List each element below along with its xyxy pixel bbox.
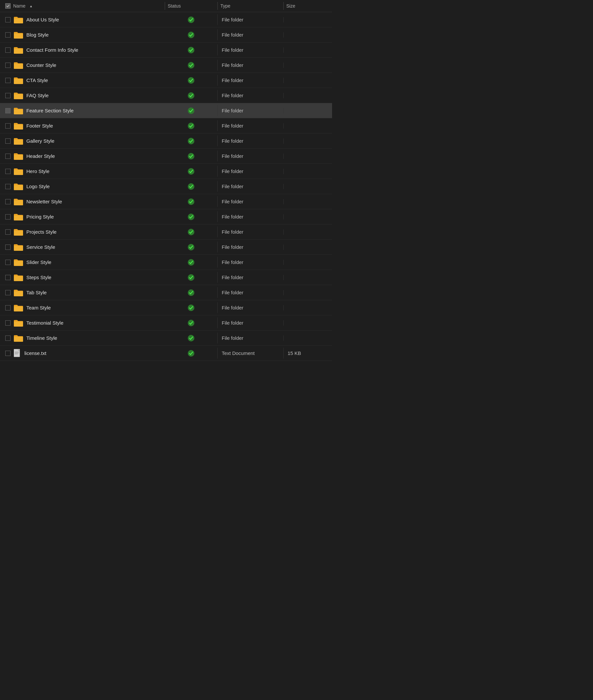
row-checkbox[interactable] [5, 32, 10, 38]
folder-icon [14, 183, 23, 190]
folder-icon [14, 319, 23, 326]
list-item[interactable]: Team Style File folder [0, 300, 332, 315]
list-item[interactable]: Hero Style File folder [0, 164, 332, 179]
status-check-icon [188, 320, 194, 326]
row-checkbox[interactable] [5, 78, 10, 83]
status-cell [165, 241, 218, 253]
folder-icon [14, 138, 23, 145]
name-cell: Service Style [0, 241, 165, 254]
row-checkbox[interactable] [5, 199, 10, 204]
status-check-icon [188, 108, 194, 114]
size-cell [283, 169, 332, 174]
row-checkbox[interactable] [5, 336, 10, 341]
row-checkbox[interactable] [5, 351, 10, 356]
row-checkbox[interactable] [5, 184, 10, 189]
row-checkbox[interactable] [5, 108, 10, 113]
list-item[interactable]: Contact Form Info Style File folder [0, 42, 332, 58]
list-item[interactable]: Blog Style File folder [0, 27, 332, 42]
row-checkbox[interactable] [5, 139, 10, 144]
file-name: Timeline Style [26, 335, 57, 341]
type-cell: File folder [218, 226, 283, 237]
file-name: Service Style [26, 244, 55, 250]
file-name: Feature Section Style [26, 108, 74, 113]
file-name: About Us Style [26, 17, 59, 23]
row-checkbox[interactable] [5, 320, 10, 325]
row-checkbox[interactable] [5, 63, 10, 68]
type-cell: File folder [218, 151, 283, 161]
row-checkbox[interactable] [5, 47, 10, 53]
type-cell: File folder [218, 317, 283, 328]
list-item[interactable]: Footer Style File folder [0, 118, 332, 133]
file-name: Pricing Style [26, 214, 54, 220]
folder-icon [14, 62, 23, 69]
file-name: Newsletter Style [26, 199, 62, 204]
list-item[interactable]: Feature Section Style File folder [0, 103, 332, 118]
name-cell: Header Style [0, 150, 165, 162]
list-item[interactable]: Testimonial Style File folder [0, 315, 332, 330]
file-list: Name ▲ Status Type Size About Us Style [0, 0, 332, 361]
rows-container: About Us Style File folder Blog Style Fi [0, 12, 332, 361]
row-checkbox[interactable] [5, 244, 10, 250]
folder-icon [14, 274, 23, 281]
row-checkbox[interactable] [5, 229, 10, 235]
file-name: Steps Style [26, 275, 51, 280]
row-checkbox[interactable] [5, 305, 10, 310]
list-item[interactable]: About Us Style File folder [0, 12, 332, 27]
row-checkbox[interactable] [5, 123, 10, 128]
list-item[interactable]: Service Style File folder [0, 240, 332, 255]
list-item[interactable]: Tab Style File folder [0, 285, 332, 300]
name-cell: license.txt [0, 346, 165, 360]
size-cell [283, 336, 332, 341]
type-cell: File folder [218, 29, 283, 40]
type-cell: File folder [218, 120, 283, 131]
list-item[interactable]: Steps Style File folder [0, 270, 332, 285]
row-checkbox[interactable] [5, 275, 10, 280]
header-size-col: Size [283, 2, 332, 10]
list-item[interactable]: Pricing Style File folder [0, 209, 332, 225]
list-item[interactable]: Gallery Style File folder [0, 133, 332, 149]
type-cell: File folder [218, 287, 283, 298]
list-item[interactable]: Projects Style File folder [0, 225, 332, 240]
row-checkbox[interactable] [5, 260, 10, 265]
list-item[interactable]: CTA Style File folder [0, 73, 332, 88]
file-name: Contact Form Info Style [26, 47, 78, 53]
list-item[interactable]: Header Style File folder [0, 149, 332, 164]
file-name: Projects Style [26, 229, 57, 235]
name-cell: Hero Style [0, 165, 165, 178]
list-item[interactable]: Slider Style File folder [0, 255, 332, 270]
folder-icon [14, 92, 23, 99]
name-cell: About Us Style [0, 13, 165, 26]
file-name: Hero Style [26, 168, 49, 174]
status-check-icon [188, 16, 194, 23]
row-checkbox[interactable] [5, 93, 10, 98]
type-cell: File folder [218, 166, 283, 177]
status-cell [165, 347, 218, 359]
file-name: Blog Style [26, 32, 49, 38]
status-cell [165, 257, 218, 268]
name-cell: FAQ Style [0, 89, 165, 102]
list-item[interactable]: Logo Style File folder [0, 179, 332, 194]
row-checkbox[interactable] [5, 290, 10, 295]
list-item[interactable]: Timeline Style File folder [0, 330, 332, 346]
list-item[interactable]: Counter Style File folder [0, 58, 332, 73]
name-cell: Counter Style [0, 59, 165, 72]
size-cell [283, 123, 332, 128]
name-cell: Projects Style [0, 226, 165, 238]
select-all-checkbox[interactable] [5, 3, 10, 8]
folder-icon [14, 213, 23, 221]
size-cell [283, 229, 332, 235]
row-checkbox[interactable] [5, 214, 10, 220]
row-checkbox[interactable] [5, 169, 10, 174]
list-item[interactable]: Newsletter Style File folder [0, 194, 332, 209]
list-item[interactable]: license.txt Text Document 15 KB [0, 346, 332, 361]
file-name: FAQ Style [26, 92, 49, 98]
size-cell [283, 63, 332, 68]
header-name-col[interactable]: Name ▲ [0, 2, 165, 10]
status-check-icon [188, 153, 194, 159]
row-checkbox[interactable] [5, 154, 10, 159]
status-cell [165, 272, 218, 283]
list-item[interactable]: FAQ Style File folder [0, 88, 332, 103]
row-checkbox[interactable] [5, 17, 10, 23]
type-cell: File folder [218, 181, 283, 192]
status-cell [165, 181, 218, 192]
